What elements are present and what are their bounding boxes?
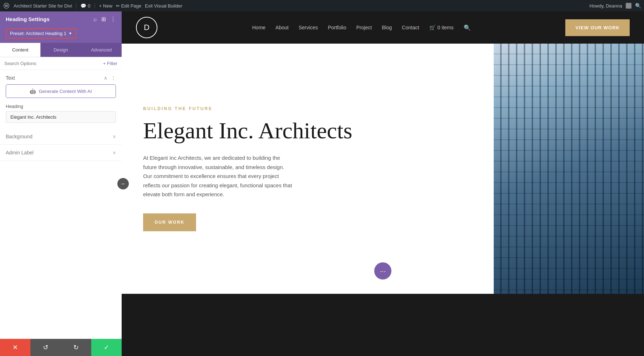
redo-button[interactable]: ↻ xyxy=(61,339,91,356)
admin-bar-right: Howdy, Deanna 🔍 xyxy=(589,3,641,9)
site-name[interactable]: Architect Starter Site for Divi xyxy=(14,3,72,9)
nav-item-home[interactable]: Home xyxy=(252,25,265,30)
drag-handle[interactable]: ↔ xyxy=(117,178,129,189)
howdy-label: Howdy, Deanna xyxy=(589,3,622,9)
background-section: Background ∨ xyxy=(0,129,122,145)
save-button[interactable]: ✓ xyxy=(91,339,122,356)
panel-search: + Filter xyxy=(0,57,122,70)
admin-label-section: Admin Label ∨ xyxy=(0,145,122,161)
site-header: D Home About Services Portfolio Project … xyxy=(122,11,644,44)
generate-ai-button[interactable]: 🤖 Generate Content With AI xyxy=(6,84,116,98)
text-section-header: Text ∧ ⋮ xyxy=(6,70,116,84)
hero-section: BUILDING THE FUTURE Elegant Inc. Archite… xyxy=(122,44,644,294)
admin-search-icon[interactable]: 🔍 xyxy=(635,3,641,9)
cart-icon: 🛒 xyxy=(429,25,435,30)
preset-selector[interactable]: Preset: Architect Heading 1 ▼ xyxy=(6,28,76,39)
undo-button[interactable]: ↺ xyxy=(30,339,61,356)
panel-title: Heading Settings xyxy=(6,16,50,22)
admin-label-section-title: Admin Label xyxy=(6,150,34,155)
nav-item-blog[interactable]: Blog xyxy=(382,25,392,30)
nav-item-project[interactable]: Project xyxy=(356,25,372,30)
site-logo[interactable]: D xyxy=(136,17,157,38)
search-input[interactable] xyxy=(4,61,100,66)
panel-header-icons: ⌕ ⊞ ⋮ xyxy=(93,16,116,23)
nav-search-icon[interactable]: 🔍 xyxy=(464,24,471,31)
panel-search-icon[interactable]: ⌕ xyxy=(93,16,97,23)
nav-item-portfolio[interactable]: Portfolio xyxy=(328,25,346,30)
exit-visual-builder-button[interactable]: Exit Visual Builder xyxy=(145,3,182,9)
background-section-header[interactable]: Background ∨ xyxy=(0,129,122,144)
preset-dropdown-arrow: ▼ xyxy=(69,31,72,35)
cancel-button[interactable]: ✕ xyxy=(0,339,30,356)
heading-field-label: Heading xyxy=(6,104,116,109)
panel-header: Heading Settings ⌕ ⊞ ⋮ xyxy=(0,11,122,27)
comment-icon: 💬 xyxy=(80,3,86,9)
admin-label-chevron-icon: ∨ xyxy=(113,150,116,155)
fab-icon: ··· xyxy=(380,267,386,275)
hero-description: At Elegant Inc Architects, we are dedica… xyxy=(143,153,293,199)
nav-item-about[interactable]: About xyxy=(275,25,289,30)
user-avatar xyxy=(626,3,631,9)
hero-left: BUILDING THE FUTURE Elegant Inc. Archite… xyxy=(122,44,494,294)
panel-content: Text ∧ ⋮ 🤖 Generate Content With AI Head… xyxy=(0,70,122,356)
background-section-title: Background xyxy=(6,134,33,139)
comment-link[interactable]: 💬 0 xyxy=(80,3,90,9)
cart-count: 0 items xyxy=(438,25,454,30)
main-content: D Home About Services Portfolio Project … xyxy=(122,11,644,356)
text-section-title: Text xyxy=(6,75,15,81)
admin-label-section-header[interactable]: Admin Label ∨ xyxy=(0,145,122,160)
nav-cart[interactable]: 🛒 0 items xyxy=(429,25,454,30)
heading-settings-panel: Heading Settings ⌕ ⊞ ⋮ Preset: Architect… xyxy=(0,11,122,356)
hero-title: Elegant Inc. Architects xyxy=(143,118,472,143)
hero-tag: BUILDING THE FUTURE xyxy=(143,106,472,111)
text-section-menu-icon[interactable]: ⋮ xyxy=(111,75,116,81)
tab-content[interactable]: Content xyxy=(0,43,40,57)
new-button[interactable]: + New xyxy=(99,3,112,9)
text-section-collapse-icon[interactable]: ∧ xyxy=(104,75,107,81)
panel-grid-icon[interactable]: ⊞ xyxy=(101,16,106,23)
nav-item-contact[interactable]: Contact xyxy=(402,25,419,30)
site-nav: Home About Services Portfolio Project Bl… xyxy=(252,24,471,31)
building-overlay xyxy=(494,44,644,294)
bottom-bar: ✕ ↺ ↻ ✓ xyxy=(0,339,122,356)
admin-bar: W Architect Starter Site for Divi | 💬 0 … xyxy=(0,0,644,11)
tab-design[interactable]: Design xyxy=(40,43,81,57)
hero-image-container xyxy=(494,44,644,294)
svg-text:W: W xyxy=(5,4,8,8)
view-our-work-button[interactable]: VIEW OUR WORK xyxy=(565,19,630,36)
filter-button[interactable]: + Filter xyxy=(103,61,117,66)
text-section: Text ∧ ⋮ 🤖 Generate Content With AI Head… xyxy=(0,70,122,129)
background-chevron-icon: ∨ xyxy=(113,134,116,139)
panel-tabs: Content Design Advanced xyxy=(0,43,122,57)
admin-bar-left: W Architect Starter Site for Divi | 💬 0 … xyxy=(3,2,586,9)
preset-bar: Preset: Architect Heading 1 ▼ xyxy=(0,27,122,43)
nav-item-services[interactable]: Services xyxy=(299,25,318,30)
hero-cta-button[interactable]: OUR WORK xyxy=(143,213,196,231)
wordpress-logo[interactable]: W xyxy=(3,2,10,9)
preset-label: Preset: Architect Heading 1 xyxy=(10,31,67,36)
ai-icon: 🤖 xyxy=(30,88,36,94)
tab-advanced[interactable]: Advanced xyxy=(81,43,122,57)
heading-input[interactable] xyxy=(6,111,116,123)
fab-button[interactable]: ··· xyxy=(374,262,391,280)
edit-page-button[interactable]: ✏ Edit Page xyxy=(116,3,141,9)
panel-more-icon[interactable]: ⋮ xyxy=(110,16,116,23)
